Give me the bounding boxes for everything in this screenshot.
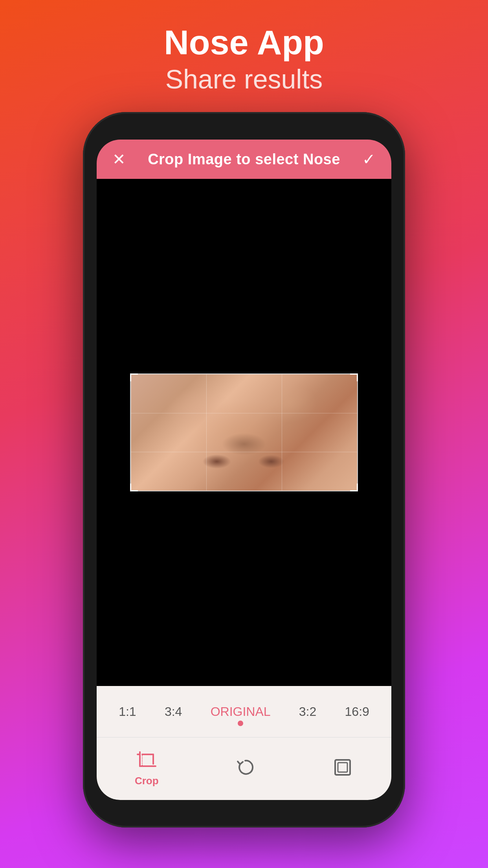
crop-header-title: Crop Image to select Nose bbox=[148, 151, 340, 168]
bottom-toolbar: Crop bbox=[97, 737, 391, 800]
phone-frame: ✕ Crop Image to select Nose ✓ 1:1 3:4 OR… bbox=[83, 112, 405, 828]
expand-tool[interactable] bbox=[332, 757, 353, 781]
aspect-ratio-3-2[interactable]: 3:2 bbox=[291, 701, 324, 723]
crop-grid bbox=[131, 374, 357, 491]
crop-box[interactable] bbox=[130, 373, 358, 491]
expand-icon bbox=[332, 757, 353, 778]
confirm-icon[interactable]: ✓ bbox=[362, 150, 376, 168]
aspect-ratio-16-9[interactable]: 16:9 bbox=[337, 701, 377, 723]
refresh-icon bbox=[235, 757, 256, 778]
aspect-ratio-3-4[interactable]: 3:4 bbox=[157, 701, 190, 723]
aspect-ratio-original[interactable]: ORIGINAL bbox=[203, 701, 279, 723]
crop-tool-label: Crop bbox=[135, 775, 159, 787]
close-icon[interactable]: ✕ bbox=[112, 150, 126, 168]
app-header: Nose App Share results bbox=[164, 0, 324, 96]
refresh-tool[interactable] bbox=[235, 757, 256, 781]
crop-tool[interactable]: Crop bbox=[135, 750, 159, 787]
app-title: Nose App bbox=[164, 24, 324, 62]
aspect-ratio-1-1[interactable]: 1:1 bbox=[111, 701, 144, 723]
nose-image bbox=[131, 374, 357, 491]
app-subtitle: Share results bbox=[164, 62, 324, 96]
crop-header-bar: ✕ Crop Image to select Nose ✓ bbox=[97, 140, 391, 179]
crop-handle-bottom-right[interactable] bbox=[350, 484, 358, 491]
aspect-ratio-bar: 1:1 3:4 ORIGINAL 3:2 16:9 bbox=[97, 686, 391, 737]
svg-rect-8 bbox=[338, 763, 347, 772]
crop-handle-top-left[interactable] bbox=[130, 373, 138, 381]
crop-handle-bottom-left[interactable] bbox=[130, 484, 138, 491]
crop-handle-top-right[interactable] bbox=[350, 373, 358, 381]
crop-canvas bbox=[97, 179, 391, 686]
phone-screen: ✕ Crop Image to select Nose ✓ 1:1 3:4 OR… bbox=[97, 140, 391, 800]
crop-tool-icon bbox=[136, 750, 157, 772]
svg-rect-4 bbox=[142, 754, 153, 766]
